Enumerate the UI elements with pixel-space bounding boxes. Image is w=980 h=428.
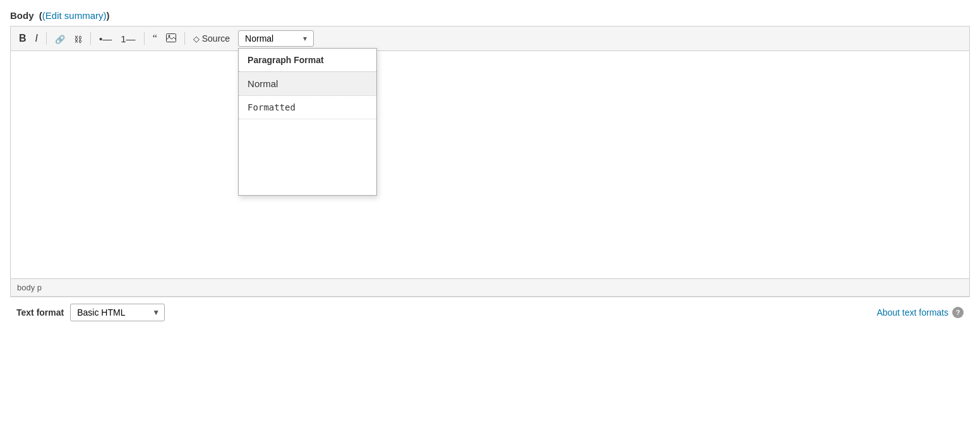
body-text: Body [10, 10, 34, 21]
italic-label: I [35, 33, 38, 44]
source-label: Source [202, 33, 230, 44]
text-format-bar: Text format Basic HTML Full HTML Plain t… [10, 297, 970, 328]
dropdown-arrow-icon: ▾ [303, 34, 307, 43]
toolbar: B I •― 1― “ [11, 27, 969, 51]
bold-label: B [19, 33, 27, 44]
status-bar: body p [11, 278, 969, 296]
text-format-label: Text format [16, 307, 64, 318]
unordered-list-icon: •― [99, 33, 112, 44]
dropdown-item-normal[interactable]: Normal [239, 72, 376, 96]
ordered-list-button[interactable]: 1― [117, 32, 138, 46]
image-button[interactable] [163, 32, 179, 46]
separator-2 [90, 32, 91, 45]
dropdown-menu-header: Paragraph Format [239, 49, 376, 72]
separator-3 [144, 32, 145, 45]
unordered-list-button[interactable]: •― [96, 32, 115, 46]
body-label: Body ((Edit summary)) [10, 10, 970, 21]
about-text-formats-link[interactable]: About text formats [876, 307, 948, 318]
format-dropdown-button[interactable]: Normal ▾ [238, 30, 314, 47]
text-format-select-wrapper: Basic HTML Full HTML Plain text Restrict… [70, 304, 165, 321]
format-current-value: Normal [245, 33, 273, 44]
dropdown-item-normal-label: Normal [248, 78, 278, 89]
text-format-left: Text format Basic HTML Full HTML Plain t… [16, 304, 165, 321]
edit-summary-link[interactable]: (Edit summary) [42, 10, 107, 21]
svg-point-1 [168, 35, 170, 37]
unlink-icon [74, 33, 82, 44]
editor-body[interactable] [11, 51, 969, 278]
format-dropdown-wrapper: Normal ▾ Paragraph Format Normal Formatt… [238, 30, 314, 47]
link-button[interactable] [52, 32, 68, 46]
bold-button[interactable]: B [16, 31, 30, 46]
separator-4 [184, 32, 185, 45]
editor-wrapper: B I •― 1― “ [10, 26, 970, 297]
text-format-select[interactable]: Basic HTML Full HTML Plain text Restrict… [70, 304, 165, 321]
help-icon: ? [952, 307, 964, 318]
link-icon [55, 33, 65, 44]
blockquote-button[interactable]: “ [150, 31, 160, 46]
dropdown-empty-space [239, 119, 376, 195]
blockquote-icon: “ [153, 33, 157, 44]
source-code-icon: ◇ [193, 34, 200, 44]
italic-button[interactable]: I [32, 31, 41, 46]
image-icon [166, 33, 176, 44]
ordered-list-icon: 1― [121, 33, 135, 44]
separator-1 [46, 32, 47, 45]
source-button[interactable]: ◇ Source [190, 32, 233, 45]
status-bar-text: body p [17, 283, 42, 292]
unlink-button[interactable] [71, 32, 85, 46]
dropdown-item-formatted-label: Formatted [248, 102, 296, 112]
format-dropdown-menu: Paragraph Format Normal Formatted [238, 48, 377, 196]
text-format-right: About text formats ? [876, 307, 964, 318]
dropdown-item-formatted[interactable]: Formatted [239, 96, 376, 119]
